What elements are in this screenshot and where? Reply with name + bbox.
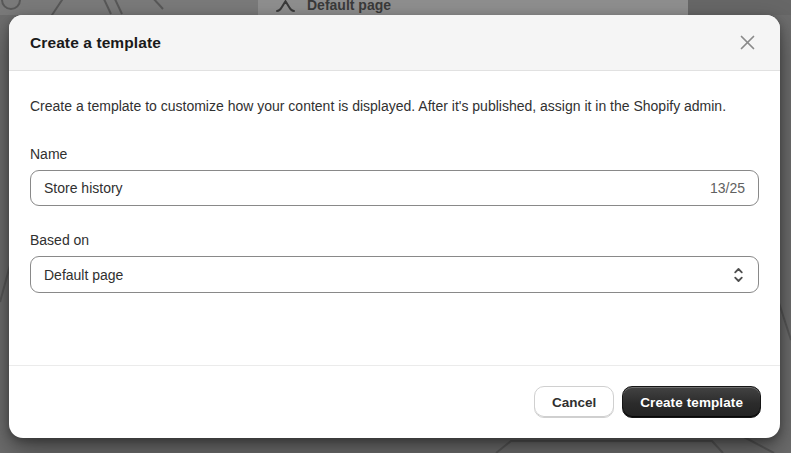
based-on-selected-value: Default page xyxy=(44,267,123,283)
dialog-body: Create a template to customize how your … xyxy=(9,71,780,365)
name-input[interactable] xyxy=(30,170,759,206)
name-field-label: Name xyxy=(30,144,759,164)
cancel-button[interactable]: Cancel xyxy=(534,386,614,418)
create-template-dialog: Create a template Create a template to c… xyxy=(9,15,780,438)
backdrop-dimmed-area xyxy=(0,0,258,15)
name-field: 13/25 xyxy=(30,170,759,206)
create-template-button[interactable]: Create template xyxy=(622,386,761,418)
based-on-field-label: Based on xyxy=(30,230,759,250)
dialog-header: Create a template xyxy=(9,15,780,71)
close-icon xyxy=(740,35,755,50)
dialog-title: Create a template xyxy=(30,34,161,52)
select-updown-chevron-icon xyxy=(733,267,744,283)
close-button[interactable] xyxy=(732,28,762,58)
template-icon xyxy=(276,0,295,12)
based-on-select[interactable]: Default page xyxy=(30,256,759,293)
dialog-footer: Cancel Create template xyxy=(9,365,780,438)
backdrop-menu-item-default-page: Default page xyxy=(258,0,688,15)
dialog-description: Create a template to customize how your … xyxy=(30,93,750,120)
backdrop-menu-item-label: Default page xyxy=(307,0,391,13)
backdrop-dimmed-area xyxy=(688,0,791,15)
